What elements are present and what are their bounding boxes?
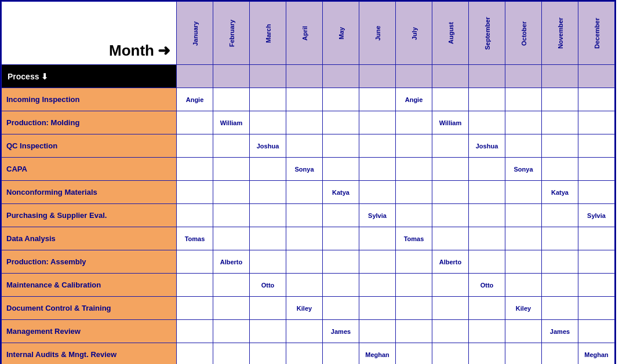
data-cell	[542, 111, 578, 134]
data-cell	[578, 227, 615, 250]
data-cell	[578, 320, 615, 343]
data-cell	[250, 227, 286, 250]
data-cell	[432, 204, 469, 227]
table-row: Management ReviewJamesJames	[2, 320, 615, 343]
data-cell	[396, 181, 432, 204]
data-cell	[213, 274, 250, 297]
process-label: Internal Audits & Mngt. Review	[2, 343, 177, 365]
data-cell	[250, 297, 286, 320]
month-sub-header-may	[323, 65, 359, 88]
data-cell: Joshua	[469, 134, 505, 158]
table-row: Nonconforming MaterialsKatyaKatya	[2, 181, 615, 204]
table-row: Purchasing & Supplier Eval.SylviaSylvia	[2, 204, 615, 227]
data-cell	[177, 111, 213, 134]
data-cell: Meghan	[578, 343, 615, 365]
data-cell	[359, 181, 396, 204]
month-sub-header-april	[286, 65, 323, 88]
data-cell	[213, 134, 250, 158]
data-cell: Otto	[469, 274, 505, 297]
data-cell	[542, 250, 578, 274]
data-cell	[323, 134, 359, 158]
data-cell	[469, 343, 505, 365]
data-cell: Kiley	[286, 297, 323, 320]
data-cell: Sonya	[505, 158, 542, 181]
data-cell	[578, 181, 615, 204]
data-cell: Katya	[542, 181, 578, 204]
data-cell	[432, 88, 469, 111]
table-row: Internal Audits & Mngt. ReviewMeghanMegh…	[2, 343, 615, 365]
data-cell: Angie	[177, 88, 213, 111]
data-cell	[469, 227, 505, 250]
month-header-november: November	[542, 2, 578, 65]
month-header-september: September	[469, 2, 505, 65]
data-cell	[505, 204, 542, 227]
month-sub-header-august	[432, 65, 469, 88]
data-cell	[323, 88, 359, 111]
data-cell	[359, 158, 396, 181]
data-cell: Sylvia	[359, 204, 396, 227]
data-cell	[286, 227, 323, 250]
process-label: Management Review	[2, 320, 177, 343]
data-cell	[250, 181, 286, 204]
data-cell	[469, 250, 505, 274]
data-cell	[323, 158, 359, 181]
data-cell	[359, 227, 396, 250]
data-cell	[250, 250, 286, 274]
month-header-december: December	[578, 2, 615, 65]
data-cell	[177, 158, 213, 181]
data-cell	[505, 181, 542, 204]
data-cell: Angie	[396, 88, 432, 111]
process-label: Production: Assembly	[2, 250, 177, 274]
data-cell	[177, 320, 213, 343]
month-header-october: October	[505, 2, 542, 65]
data-cell	[213, 320, 250, 343]
data-cell: Meghan	[359, 343, 396, 365]
data-cell	[250, 343, 286, 365]
data-cell	[542, 274, 578, 297]
data-cell	[286, 250, 323, 274]
table-row: Production: MoldingWilliamWilliam	[2, 111, 615, 134]
data-cell	[213, 204, 250, 227]
data-cell	[542, 204, 578, 227]
data-cell	[469, 320, 505, 343]
process-label: Production: Molding	[2, 111, 177, 134]
data-cell	[505, 320, 542, 343]
data-cell	[432, 320, 469, 343]
table-row: QC InspectionJoshuaJoshua	[2, 134, 615, 158]
process-label: QC Inspection	[2, 134, 177, 158]
data-cell	[359, 250, 396, 274]
data-cell	[286, 134, 323, 158]
data-cell: William	[432, 111, 469, 134]
month-sub-header-january	[177, 65, 213, 88]
table-row: Maintenance & CalibrationOttoOtto	[2, 274, 615, 297]
data-cell	[250, 158, 286, 181]
data-cell	[359, 88, 396, 111]
data-cell	[177, 134, 213, 158]
data-cell	[286, 274, 323, 297]
data-cell	[323, 227, 359, 250]
data-cell	[432, 134, 469, 158]
process-label: Nonconforming Materials	[2, 181, 177, 204]
data-cell	[432, 181, 469, 204]
data-cell	[469, 204, 505, 227]
data-cell	[505, 343, 542, 365]
data-cell	[177, 181, 213, 204]
data-cell	[359, 320, 396, 343]
month-sub-header-june	[359, 65, 396, 88]
data-cell	[432, 297, 469, 320]
data-cell	[177, 204, 213, 227]
month-sub-header-february	[213, 65, 250, 88]
table-row: Data AnalysisTomasTomas	[2, 227, 615, 250]
data-cell	[323, 250, 359, 274]
data-cell	[505, 250, 542, 274]
data-cell	[432, 227, 469, 250]
data-cell	[578, 111, 615, 134]
data-cell	[213, 181, 250, 204]
data-cell	[323, 343, 359, 365]
data-cell	[396, 250, 432, 274]
data-cell	[505, 227, 542, 250]
data-cell: Kiley	[505, 297, 542, 320]
data-cell	[286, 181, 323, 204]
month-sub-header-march	[250, 65, 286, 88]
data-cell	[177, 250, 213, 274]
